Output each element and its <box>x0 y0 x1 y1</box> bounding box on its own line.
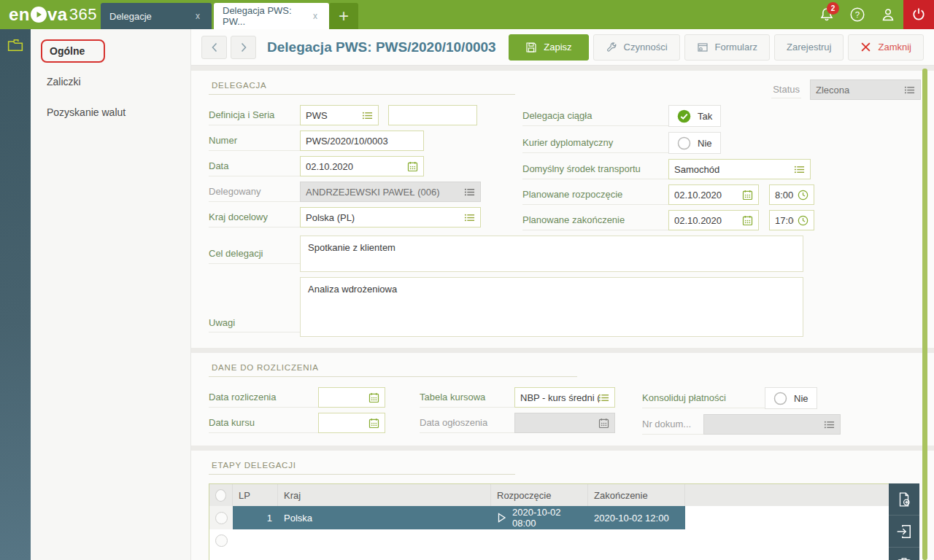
numer-label: Numer <box>209 131 300 151</box>
tab-close-icon[interactable]: x <box>310 9 320 23</box>
vertical-scrollbar[interactable] <box>922 69 927 560</box>
definicja-value[interactable] <box>306 110 358 121</box>
nav-forward-button[interactable] <box>231 36 256 59</box>
konsoliduj-toggle[interactable]: Nie <box>765 387 817 409</box>
rozpoczecie-time-value[interactable] <box>775 190 794 201</box>
zakonczenie-time-input[interactable] <box>769 210 814 230</box>
tabela-kursowa-input[interactable] <box>514 387 615 408</box>
status-value <box>816 85 900 96</box>
close-button[interactable]: Zamknij <box>848 34 924 61</box>
tab-delegacje[interactable]: Delegacje x <box>101 3 212 29</box>
list-icon <box>794 164 805 175</box>
new-tab-button[interactable]: + <box>329 3 358 29</box>
tab-close-icon[interactable]: x <box>193 9 203 23</box>
transport-label: Domyślny środek transportu <box>522 160 668 179</box>
column-header-lp[interactable]: LP <box>233 484 278 506</box>
table-row[interactable]: 1 Polska 2020-10-02 08:00 2020-10-02 12:… <box>209 506 916 529</box>
form-button[interactable]: Formularz <box>684 34 771 61</box>
clock-icon <box>798 215 808 226</box>
zakonczenie-date-input[interactable] <box>668 210 759 230</box>
register-button[interactable]: Zarejestruj <box>774 34 844 61</box>
folder-icon[interactable] <box>7 38 23 52</box>
data-rozliczenia-input[interactable] <box>318 387 385 408</box>
column-header-rozpoczecie[interactable]: Rozpoczęcie <box>491 484 588 506</box>
sidebar-item-pozyskanie-walut[interactable]: Pozyskanie walut <box>39 101 190 124</box>
data-kursu-input[interactable] <box>318 413 385 433</box>
zakonczenie-label: Planowane zakończenie <box>522 211 668 230</box>
kraj-docelowy-value[interactable] <box>306 212 460 223</box>
nav-back-button[interactable] <box>201 36 227 59</box>
save-button[interactable]: Zapisz <box>509 34 588 61</box>
uwagi-textarea[interactable] <box>300 277 803 337</box>
definicja-label: Definicja i Seria <box>209 106 300 125</box>
list-icon <box>824 419 835 430</box>
kraj-docelowy-label: Kraj docelowy <box>209 208 300 228</box>
cel-delegacji-textarea[interactable] <box>300 236 803 272</box>
transport-input[interactable] <box>668 159 811 179</box>
rozpoczecie-time-input[interactable] <box>769 184 814 205</box>
tab-label: Delegacja PWS: PW... <box>223 5 310 27</box>
data-rozliczenia-value[interactable] <box>324 392 365 403</box>
section-title: ETAPY DELEGACJI <box>209 458 515 475</box>
actions-label: Czynności <box>624 42 668 52</box>
kurier-toggle[interactable]: Nie <box>668 132 721 154</box>
data-kursu-value[interactable] <box>324 418 365 429</box>
actions-button[interactable]: Czynności <box>593 34 680 61</box>
radio-empty-icon <box>773 392 787 405</box>
select-all-radio[interactable] <box>215 489 226 502</box>
cell-rozpoczecie: 2020-10-02 08:00 <box>512 507 582 529</box>
tab-label: Delegacje <box>109 11 152 22</box>
topbar: enva365 Delegacje x Delegacja PWS: PW...… <box>0 0 934 29</box>
nr-dokumentu-input <box>703 414 841 435</box>
zakonczenie-time-value[interactable] <box>775 215 794 226</box>
list-icon <box>598 392 609 403</box>
data-ogloszenia-label: Data ogłoszenia <box>420 413 514 433</box>
open-row-button[interactable] <box>889 516 919 548</box>
definicja-input[interactable] <box>300 105 379 125</box>
rozpoczecie-date-value[interactable] <box>674 190 738 201</box>
numer-value[interactable] <box>306 136 418 147</box>
cell-kraj: Polska <box>278 506 491 529</box>
rozpoczecie-date-input[interactable] <box>668 184 759 205</box>
zakonczenie-date-value[interactable] <box>674 215 738 226</box>
register-label: Zarejestruj <box>787 42 831 52</box>
save-label: Zapisz <box>544 42 571 52</box>
sidebar-item-zaliczki[interactable]: Zaliczki <box>39 70 190 93</box>
notifications-button[interactable]: 2 <box>811 0 842 29</box>
column-header-zakonczenie[interactable]: Zakończenie <box>588 484 685 506</box>
document-add-icon <box>896 491 912 508</box>
tabela-kursowa-value[interactable] <box>520 392 599 403</box>
close-x-icon <box>860 42 871 52</box>
nr-dokumentu-label: Nr dokum... <box>642 415 703 435</box>
delete-row-button[interactable] <box>889 548 919 560</box>
tab-delegacja-pws[interactable]: Delegacja PWS: PW... x <box>214 3 329 29</box>
help-icon: ? <box>849 7 865 23</box>
user-button[interactable] <box>873 0 903 29</box>
calendar-icon <box>598 418 609 429</box>
list-icon <box>904 85 915 96</box>
seria-input[interactable] <box>388 105 477 125</box>
check-circle-icon <box>677 109 691 123</box>
row-radio[interactable] <box>215 512 228 524</box>
data-value[interactable] <box>306 161 404 172</box>
data-input[interactable] <box>300 156 424 176</box>
kraj-docelowy-input[interactable] <box>300 207 481 228</box>
data-label: Data <box>209 157 300 176</box>
delegacja-ciagla-toggle[interactable]: Tak <box>668 105 721 127</box>
numer-input[interactable] <box>300 131 424 151</box>
help-button[interactable]: ? <box>842 0 873 29</box>
section-delegacja: DELEGACJA Status Definicja i Seria <box>191 71 934 348</box>
save-icon <box>525 42 537 53</box>
logo-text-pre: en <box>9 4 30 25</box>
status-field: Status <box>771 79 921 100</box>
section-title: DANE DO ROZLICZENIA <box>209 360 577 377</box>
table-header-row: LP Kraj Rozpoczęcie Zakończenie <box>209 484 916 506</box>
add-row-button[interactable] <box>889 483 919 516</box>
row-radio[interactable] <box>215 534 228 547</box>
selected-row-region[interactable]: 1 Polska 2020-10-02 08:00 2020-10-02 12:… <box>233 506 685 529</box>
logout-button[interactable] <box>903 0 934 29</box>
seria-value[interactable] <box>394 110 471 121</box>
transport-value[interactable] <box>674 164 790 175</box>
sidebar-item-ogolne[interactable]: Ogólne <box>41 39 105 63</box>
column-header-kraj[interactable]: Kraj <box>278 484 491 506</box>
